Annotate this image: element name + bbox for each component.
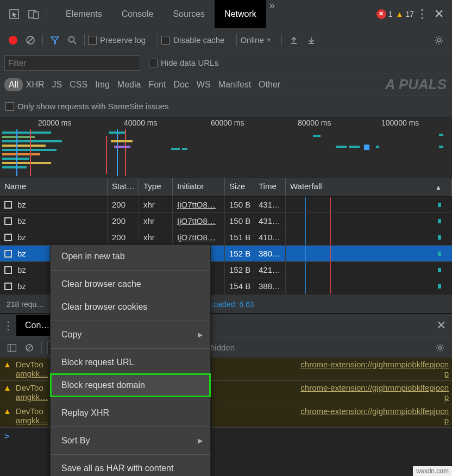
ctx-clear-cookies[interactable]: Clear browser cookies xyxy=(51,296,210,318)
settings-gear-icon[interactable] xyxy=(431,33,447,48)
filter-img[interactable]: Img xyxy=(95,80,110,90)
col-waterfall[interactable]: Waterfall▲ xyxy=(286,178,452,196)
svg-point-12 xyxy=(439,346,442,349)
row-checkbox[interactable] xyxy=(4,201,12,209)
warning-badge[interactable]: ▲ 17 xyxy=(396,10,414,18)
error-badge[interactable]: ✕ 1 xyxy=(376,9,393,19)
filter-xhr[interactable]: XHR xyxy=(26,80,45,90)
upload-icon[interactable] xyxy=(286,33,302,48)
row-initiator[interactable]: IjO7ttO8… xyxy=(173,197,225,212)
ctx-sort-by[interactable]: Sort By▶ xyxy=(51,429,210,452)
filter-js[interactable]: JS xyxy=(52,80,62,90)
device-toggle-icon[interactable] xyxy=(26,7,41,22)
search-icon[interactable] xyxy=(65,33,80,48)
table-row[interactable]: bz200xhrIjO7ttO8…151 B410… xyxy=(0,229,452,246)
samesite-checkbox[interactable] xyxy=(5,102,14,111)
tab-sources[interactable]: Sources xyxy=(163,0,215,28)
tab-elements[interactable]: Elements xyxy=(56,0,112,28)
filter-other[interactable]: Other xyxy=(259,80,280,90)
filter-ws[interactable]: WS xyxy=(197,80,211,90)
clear-icon[interactable] xyxy=(23,33,38,48)
col-initiator[interactable]: Initiator xyxy=(173,178,225,196)
ctx-open-new-tab[interactable]: Open in new tab xyxy=(51,245,210,268)
row-checkbox[interactable] xyxy=(4,217,12,225)
sort-asc-icon: ▲ xyxy=(435,184,442,191)
more-tabs-icon[interactable]: » xyxy=(266,0,278,28)
download-icon[interactable] xyxy=(304,33,319,48)
ctx-block-domain[interactable]: Block request domain xyxy=(51,374,210,397)
samesite-row: Only show requests with SameSite issues xyxy=(0,96,452,117)
record-button[interactable] xyxy=(9,36,17,45)
drawer-menu-icon[interactable]: ⋮ xyxy=(0,319,16,332)
row-size: 152 B xyxy=(225,262,254,278)
svg-line-6 xyxy=(74,42,76,44)
kebab-menu-icon[interactable]: ⋮ xyxy=(414,7,430,21)
filter-media[interactable]: Media xyxy=(117,80,141,90)
svg-point-5 xyxy=(69,36,74,42)
console-source-link[interactable]: chrome-extension://gighmmpiobklfepjocnp xyxy=(300,360,449,378)
console-source-link[interactable]: amgkk… xyxy=(16,369,48,378)
filter-doc[interactable]: Doc xyxy=(173,80,189,90)
row-size: 150 B xyxy=(225,197,254,212)
row-name: bz xyxy=(17,200,26,209)
timeline-overview[interactable]: 20000 ms 40000 ms 60000 ms 80000 ms 1000… xyxy=(0,117,452,178)
hide-data-urls-checkbox[interactable] xyxy=(149,59,158,67)
tab-console[interactable]: Console xyxy=(112,0,164,28)
console-source-link[interactable]: chrome-extension://gighmmpiobklfepjocnp xyxy=(300,383,449,402)
preserve-log-checkbox[interactable] xyxy=(88,36,97,45)
ctx-replay-xhr[interactable]: Replay XHR xyxy=(51,402,210,424)
row-name: bz xyxy=(17,249,26,258)
row-time: 421… xyxy=(254,262,286,278)
drawer-close-icon[interactable]: ✕ xyxy=(430,318,452,333)
table-row[interactable]: bz200xhrIjO7ttO8…150 B431… xyxy=(0,213,452,229)
console-source-link[interactable]: amgkk… xyxy=(16,416,48,425)
filter-manifest[interactable]: Manifest xyxy=(218,80,251,90)
filter-icon[interactable] xyxy=(47,33,62,48)
disable-cache-checkbox[interactable] xyxy=(161,36,170,45)
console-sidebar-toggle-icon[interactable] xyxy=(4,340,20,355)
filter-all[interactable]: All xyxy=(4,78,23,91)
console-clear-icon[interactable] xyxy=(22,340,37,355)
disable-cache-label: Disable cache xyxy=(173,35,224,45)
col-status[interactable]: Stat… xyxy=(108,178,139,196)
row-checkbox[interactable] xyxy=(4,283,12,290)
col-name[interactable]: Name xyxy=(0,178,108,196)
type-filter-row: All XHR JS CSS Img Media Font Doc WS Man… xyxy=(0,74,452,96)
table-row[interactable]: bz200xhrIjO7ttO8…150 B431… xyxy=(0,197,452,213)
console-settings-icon[interactable] xyxy=(432,340,448,355)
row-size: 150 B xyxy=(225,213,254,229)
svg-line-11 xyxy=(27,346,32,350)
col-time[interactable]: Time xyxy=(254,178,286,196)
panel-tabs: Elements Console Sources Network » xyxy=(56,0,373,28)
warning-count: 17 xyxy=(405,10,414,18)
error-count: 1 xyxy=(388,10,393,18)
col-type[interactable]: Type xyxy=(139,178,173,196)
row-initiator[interactable]: IjO7ttO8… xyxy=(173,213,225,229)
close-devtools-icon[interactable]: ✕ xyxy=(430,7,448,21)
console-source-link[interactable]: amgkk… xyxy=(16,392,48,402)
tab-network[interactable]: Network xyxy=(215,0,266,28)
row-initiator[interactable]: IjO7ttO8… xyxy=(173,229,225,245)
ctx-save-har[interactable]: Save all as HAR with content xyxy=(51,457,210,476)
console-source-link[interactable]: chrome-extension://gighmmpiobklfepjocnp xyxy=(300,406,449,425)
ctx-clear-cache[interactable]: Clear browser cache xyxy=(51,273,210,296)
filter-css[interactable]: CSS xyxy=(70,80,87,90)
row-checkbox[interactable] xyxy=(4,234,12,241)
filter-input[interactable] xyxy=(4,55,140,71)
ctx-block-url[interactable]: Block request URL xyxy=(51,351,210,374)
network-toolbar: Preserve log Disable cache Online ▼ xyxy=(0,28,452,52)
row-checkbox[interactable] xyxy=(4,266,12,274)
hide-data-urls-label: Hide data URLs xyxy=(161,58,218,67)
inspect-icon[interactable] xyxy=(7,7,22,22)
warning-icon: ▲ xyxy=(396,10,404,18)
row-time: 410… xyxy=(254,229,286,245)
col-size[interactable]: Size xyxy=(225,178,254,196)
row-waterfall xyxy=(286,262,452,278)
preserve-log-label: Preserve log xyxy=(100,35,146,45)
filter-font[interactable]: Font xyxy=(148,80,166,90)
ctx-copy[interactable]: Copy▶ xyxy=(51,323,210,346)
throttle-select[interactable]: Online xyxy=(240,35,263,45)
row-time: 388… xyxy=(254,278,286,294)
svg-point-7 xyxy=(437,39,441,42)
row-checkbox[interactable] xyxy=(4,250,12,258)
